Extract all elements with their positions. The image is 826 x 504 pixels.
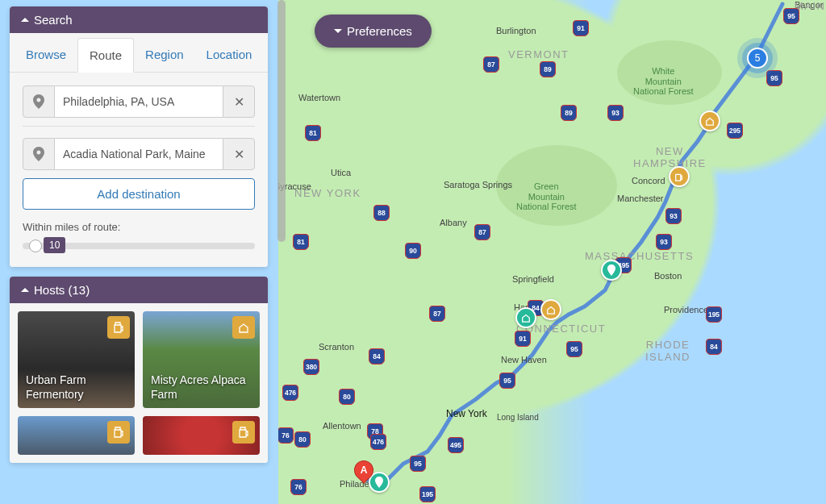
slider-label: Within miles of route:: [23, 221, 255, 233]
miles-slider[interactable]: 10: [23, 238, 255, 254]
divider: [23, 126, 255, 127]
city-label: Concord: [632, 176, 665, 185]
city-label: Providence: [664, 305, 708, 314]
interstate-shield-icon: 87: [483, 56, 499, 73]
state-label: MASSACHUSETTS: [585, 250, 694, 262]
interstate-shield-icon: 76: [278, 427, 294, 444]
caret-up-icon: [21, 288, 29, 292]
sidebar: Search Browse Route Region Location ✕: [10, 6, 268, 473]
map-pin-icon: [23, 85, 55, 118]
city-label: Manchester: [617, 194, 663, 203]
city-label: Long Island: [497, 413, 539, 422]
interstate-shield-icon: 89: [561, 105, 577, 121]
city-label: Utica: [331, 168, 351, 177]
interstate-shield-icon: 91: [515, 331, 531, 347]
interstate-shield-icon: 195: [706, 306, 722, 323]
host-marker[interactable]: [515, 307, 536, 328]
interstate-shield-icon: 91: [573, 20, 589, 36]
hosts-header[interactable]: Hosts (13): [10, 277, 268, 303]
destination-input-2[interactable]: [55, 138, 223, 170]
host-marker[interactable]: [669, 166, 690, 187]
cluster-count: 5: [755, 52, 761, 64]
city-label: Saratoga Springs: [444, 180, 512, 190]
route-form: ✕ ✕ Add destination Within miles of rout…: [10, 73, 268, 267]
interstate-shield-icon: 295: [727, 123, 743, 139]
search-header[interactable]: Search: [10, 6, 268, 33]
host-marker[interactable]: [699, 110, 720, 131]
interstate-shield-icon: 90: [405, 243, 421, 259]
interstate-shield-icon: 87: [429, 306, 445, 322]
host-cluster-marker[interactable]: 5: [747, 48, 768, 69]
interstate-shield-icon: 87: [474, 224, 490, 240]
clear-destination-1[interactable]: ✕: [223, 85, 255, 118]
interstate-shield-icon: 80: [339, 389, 355, 405]
add-destination-button[interactable]: Add destination: [23, 178, 255, 210]
interstate-shield-icon: 195: [419, 486, 436, 502]
preferences-label: Preferences: [347, 24, 412, 38]
interstate-shield-icon: 476: [282, 385, 298, 401]
interstate-shield-icon: 95: [783, 8, 799, 24]
destination-input-1[interactable]: [55, 85, 223, 118]
destination-row-2: ✕: [23, 138, 255, 170]
city-label: Scranton: [319, 342, 354, 352]
slider-value: 10: [44, 237, 65, 253]
brewery-icon: [107, 316, 130, 339]
city-label: New Haven: [501, 355, 547, 364]
clear-destination-2[interactable]: ✕: [223, 138, 255, 170]
brewery-icon: [107, 421, 130, 444]
host-title: Misty Acres Alpaca Farm: [151, 373, 252, 402]
caret-up-icon: [21, 18, 29, 22]
tab-route[interactable]: Route: [77, 38, 134, 73]
interstate-shield-icon: 84: [369, 348, 385, 364]
hosts-title: Hosts (13): [34, 283, 90, 297]
search-tabs: Browse Route Region Location: [10, 33, 268, 73]
interstate-shield-icon: 89: [540, 61, 556, 77]
interstate-shield-icon: 76: [290, 479, 307, 495]
caret-down-icon: [334, 29, 342, 33]
interstate-shield-icon: 81: [305, 125, 321, 141]
host-title: Urban Farm Fermentory: [26, 373, 127, 402]
park-label: GreenMountainNational Forest: [516, 181, 577, 212]
interstate-shield-icon: 93: [665, 208, 682, 224]
state-label: RHODEISLAND: [645, 339, 690, 363]
city-label: Allentown: [323, 421, 361, 431]
scrollbar[interactable]: [277, 0, 286, 242]
slider-handle[interactable]: [29, 240, 42, 252]
tab-location[interactable]: Location: [195, 38, 264, 72]
preferences-button[interactable]: Preferences: [315, 15, 432, 48]
city-label: New York: [446, 408, 487, 419]
host-card[interactable]: Urban Farm Fermentory: [18, 311, 135, 408]
search-panel: Search Browse Route Region Location ✕: [10, 6, 268, 267]
map-pin-icon: [23, 138, 55, 170]
host-card[interactable]: Misty Acres Alpaca Farm: [143, 311, 260, 408]
interstate-shield-icon: 93: [656, 234, 672, 250]
host-card[interactable]: [143, 416, 260, 455]
tab-region[interactable]: Region: [134, 38, 195, 72]
map[interactable]: BangorBurlingtonWatertownUticaSyracuseSa…: [278, 0, 826, 504]
park-label: WhiteMountainNational Forest: [633, 66, 694, 97]
state-label: NEW YORK: [294, 187, 361, 199]
interstate-shield-icon: 95: [499, 373, 515, 389]
interstate-shield-icon: 476: [370, 434, 386, 450]
city-label: Albany: [440, 218, 467, 227]
farm-icon: [232, 316, 255, 339]
interstate-shield-icon: 80: [294, 431, 311, 448]
interstate-shield-icon: 84: [706, 339, 722, 355]
tab-browse[interactable]: Browse: [15, 38, 77, 72]
brewery-icon: [232, 421, 255, 444]
interstate-shield-icon: 95: [410, 456, 426, 472]
interstate-shield-icon: 380: [303, 359, 319, 375]
hosts-grid: Urban Farm Fermentory Misty Acres Alpaca…: [10, 303, 268, 463]
state-label: NEWHAMPSHIRE: [633, 145, 707, 169]
search-title: Search: [34, 13, 73, 27]
city-label: Burlington: [496, 26, 536, 35]
state-label: VERMONT: [508, 48, 569, 60]
interstate-shield-icon: 495: [448, 437, 464, 453]
host-marker[interactable]: [601, 260, 622, 281]
host-marker[interactable]: [540, 299, 561, 320]
interstate-shield-icon: 95: [766, 70, 782, 86]
city-label: Springfield: [512, 274, 554, 284]
city-label: Watertown: [298, 93, 340, 102]
hosts-panel: Hosts (13) Urban Farm Fermentory Misty A…: [10, 277, 268, 463]
host-card[interactable]: [18, 416, 135, 455]
